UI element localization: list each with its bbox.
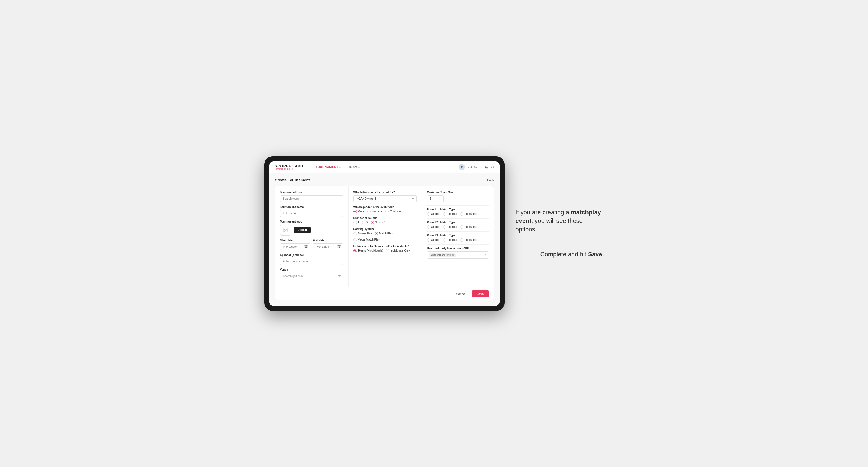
team-individuals-radio[interactable] (386, 249, 389, 252)
annotation-bottom: Complete and hit Save. (540, 250, 604, 259)
round1-singles-radio[interactable] (427, 212, 430, 216)
round3-fourball[interactable]: Fourball (443, 238, 457, 242)
tab-tournaments[interactable]: TOURNAMENTS (312, 161, 344, 173)
scoring-medal[interactable]: Medal Match Play (353, 238, 380, 241)
logo-sub: Powered by clippit (275, 168, 304, 170)
venue-label: Venue (280, 268, 343, 271)
scoring-medal-label: Medal Match Play (358, 238, 380, 241)
logo-placeholder (280, 224, 291, 236)
round3-singles-radio[interactable] (427, 238, 430, 242)
division-group: Which division is the event for? NCAA Di… (353, 191, 417, 202)
gender-mens-radio[interactable] (353, 210, 357, 213)
scoring-match-label: Match Play (379, 232, 393, 235)
api-label: Use third-party live scoring API? (427, 247, 489, 250)
round1-fourball[interactable]: Fourball (443, 212, 457, 216)
signout-link[interactable]: Sign out (484, 166, 494, 169)
page-header: Create Tournament ← Back (275, 178, 494, 182)
round-4-radio[interactable] (379, 221, 383, 224)
round2-fourball[interactable]: Fourball (443, 225, 457, 229)
date-row: Start date 📅 End date (280, 239, 343, 250)
tournament-name-input[interactable] (280, 210, 343, 217)
gender-womens[interactable]: Womens (367, 210, 382, 213)
gender-mens-label: Mens (358, 210, 365, 213)
round2-foursomes[interactable]: Foursomes (460, 225, 478, 229)
round1-foursomes-radio[interactable] (460, 212, 463, 216)
round2-fourball-radio[interactable] (443, 225, 446, 229)
round-1[interactable]: 1 (353, 221, 360, 224)
back-button[interactable]: ← Back (483, 178, 494, 182)
team-teams[interactable]: Teams (+Individuals) (353, 249, 383, 252)
upload-button[interactable]: Upload (294, 227, 311, 233)
tablet-screen: SCOREBOARD Powered by clippit TOURNAMENT… (269, 161, 500, 306)
save-button[interactable]: Save (472, 290, 489, 298)
round3-match-options: Singles Fourball Foursomes (427, 238, 489, 242)
venue-select-wrap: Search golf club (280, 273, 343, 279)
team-teams-radio[interactable] (353, 249, 357, 252)
api-tag-text: Leaderboard King (431, 253, 451, 256)
tournament-logo-group: Tournament logo Upload (280, 220, 343, 236)
gender-combined-radio[interactable] (385, 210, 389, 213)
annotation-bottom-bold: Save. (588, 251, 604, 258)
round-2[interactable]: 2 (362, 221, 368, 224)
tablet-frame: SCOREBOARD Powered by clippit TOURNAMENT… (264, 156, 504, 311)
round-1-radio[interactable] (353, 221, 357, 224)
scoring-match[interactable]: Match Play (375, 232, 393, 235)
start-date-wrap: 📅 (280, 243, 310, 250)
round2-match-section: Round 2 - Match Type Singles Fourball (427, 221, 489, 229)
team-label: Is this event for Teams and/or Individua… (353, 245, 417, 248)
round1-singles[interactable]: Singles (427, 212, 440, 216)
tournament-host-label: Tournament Host (280, 191, 343, 194)
venue-select[interactable]: Search golf club (280, 273, 343, 279)
tab-teams[interactable]: TEAMS (344, 161, 364, 173)
form-footer: Cancel Save (275, 287, 494, 300)
round1-match-options: Singles Fourball Foursomes (427, 212, 489, 216)
scoring-stroke[interactable]: Stroke Play (353, 232, 372, 235)
round3-singles[interactable]: Singles (427, 238, 440, 242)
main-content: Create Tournament ← Back Tournament Host (269, 174, 500, 306)
form-col-1: Tournament Host Tournament name Tourname… (275, 186, 348, 287)
round-2-radio[interactable] (362, 221, 365, 224)
round2-foursomes-radio[interactable] (460, 225, 463, 229)
scoring-label: Scoring system (353, 227, 417, 230)
cancel-button[interactable]: Cancel (453, 290, 469, 297)
gender-combined-label: Combined (390, 210, 402, 213)
round3-fourball-radio[interactable] (443, 238, 446, 242)
max-team-input[interactable] (427, 195, 443, 202)
round3-foursomes-label: Foursomes (465, 238, 478, 241)
sponsor-input[interactable] (280, 258, 343, 265)
logo-title: SCOREBOARD (275, 164, 304, 168)
round3-foursomes-radio[interactable] (460, 238, 463, 242)
round2-singles-radio[interactable] (427, 225, 430, 229)
gender-womens-radio[interactable] (367, 210, 371, 213)
end-date-label: End date (313, 239, 343, 242)
round-4[interactable]: 4 (379, 221, 385, 224)
round1-fourball-radio[interactable] (443, 212, 446, 216)
tournament-host-input[interactable] (280, 195, 343, 202)
scoring-stroke-radio[interactable] (353, 232, 357, 235)
rounds-group: Number of rounds 1 2 (353, 217, 417, 224)
api-select-wrap[interactable]: Leaderboard King ✕ ▾ (427, 251, 489, 259)
round-3[interactable]: 3 (371, 221, 377, 224)
round1-foursomes[interactable]: Foursomes (460, 212, 478, 216)
round-3-radio[interactable] (371, 221, 374, 224)
round1-match-label: Round 1 - Match Type (427, 208, 489, 211)
round3-foursomes[interactable]: Foursomes (460, 238, 478, 242)
api-group: Use third-party live scoring API? Leader… (427, 247, 489, 259)
tournament-logo-label: Tournament logo (280, 220, 343, 223)
form-col-2: Which division is the event for? NCAA Di… (348, 186, 422, 287)
gender-mens[interactable]: Mens (353, 210, 365, 213)
avatar: 👤 (459, 164, 465, 170)
scoring-match-radio[interactable] (375, 232, 378, 235)
round2-match-options: Singles Fourball Foursomes (427, 225, 489, 229)
scoring-radio-group: Stroke Play Match Play Medal Match Play (353, 232, 417, 241)
api-tag-close[interactable]: ✕ (452, 253, 454, 256)
round2-singles[interactable]: Singles (427, 225, 440, 229)
gender-combined[interactable]: Combined (385, 210, 402, 213)
round3-match-label: Round 3 - Match Type (427, 234, 489, 237)
tournament-name-label: Tournament name (280, 206, 343, 209)
scoring-medal-radio[interactable] (353, 238, 357, 241)
max-team-label: Maximum Team Size (427, 191, 489, 194)
division-select[interactable]: NCAA Division I (353, 195, 417, 202)
team-individuals[interactable]: Individuals Only (386, 249, 410, 252)
round-1-label: 1 (358, 221, 360, 224)
